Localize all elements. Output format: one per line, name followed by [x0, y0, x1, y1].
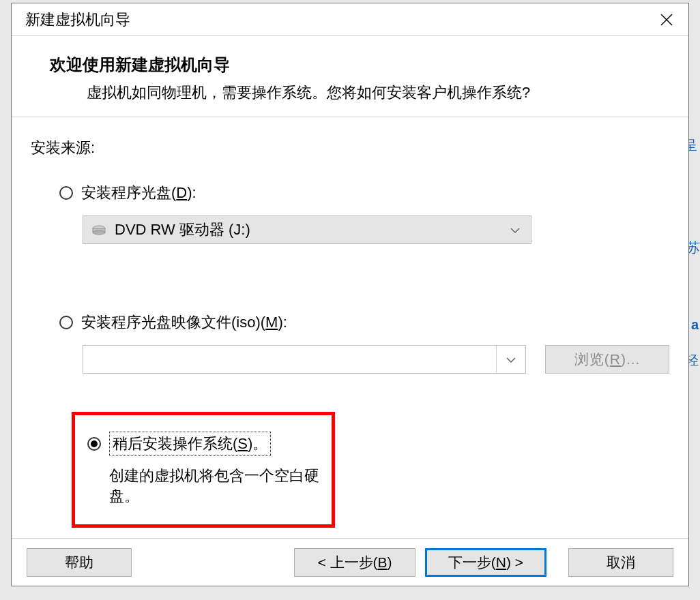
browse-button: 浏览(R)... — [545, 345, 669, 374]
radio-option-later[interactable]: 稍后安装操作系统(S)。 — [87, 432, 319, 456]
highlight-annotation: 稍后安装操作系统(S)。 创建的虚拟机将包含一个空白硬盘。 — [72, 412, 335, 528]
chevron-down-icon — [506, 353, 516, 365]
install-source-group: 安装程序光盘(D): DVD RW 驱动器 (J:) 安装程序光盘映像文件(is… — [31, 183, 669, 528]
button-bar: 帮助 < 上一步(B) 下一步(N) > 取消 — [12, 538, 688, 586]
radio-label-later: 稍后安装操作系统(S)。 — [109, 432, 271, 456]
background-fragment: a — [691, 317, 699, 333]
close-icon — [660, 14, 673, 26]
back-button[interactable]: < 上一步(B) — [294, 548, 415, 577]
wizard-subtext: 虚拟机如同物理机，需要操作系统。您将如何安装客户机操作系统? — [50, 82, 668, 103]
later-hint-text: 创建的虚拟机将包含一个空白硬盘。 — [87, 466, 319, 507]
next-button[interactable]: 下一步(N) > — [425, 548, 546, 577]
radio-icon-selected — [87, 437, 101, 451]
dialog-title: 新建虚拟机向导 — [25, 10, 130, 30]
titlebar: 新建虚拟机向导 — [12, 3, 688, 36]
disc-drive-icon — [91, 224, 106, 235]
close-button[interactable] — [653, 6, 680, 33]
chevron-down-icon — [510, 224, 520, 236]
install-source-label: 安装来源: — [31, 138, 669, 158]
iso-path-row: 浏览(R)... — [83, 345, 669, 374]
radio-icon — [59, 186, 73, 200]
radio-option-disc[interactable]: 安装程序光盘(D): — [59, 183, 669, 203]
cancel-button[interactable]: 取消 — [568, 548, 673, 577]
disc-drive-dropdown[interactable]: DVD RW 驱动器 (J:) — [83, 215, 531, 244]
disc-drive-value: DVD RW 驱动器 (J:) — [115, 220, 250, 240]
radio-label-iso: 安装程序光盘映像文件(iso)(M): — [81, 312, 287, 333]
svg-point-4 — [93, 230, 105, 235]
new-vm-wizard-dialog: 新建虚拟机向导 欢迎使用新建虚拟机向导 虚拟机如同物理机，需要操作系统。您将如何… — [11, 3, 689, 586]
radio-label-disc: 安装程序光盘(D): — [81, 183, 196, 203]
radio-icon — [59, 316, 73, 329]
focus-indicator: 稍后安装操作系统(S)。 — [109, 432, 271, 456]
wizard-heading: 欢迎使用新建虚拟机向导 — [50, 54, 668, 76]
content-area: 安装来源: 安装程序光盘(D): DVD RW 驱动器 (J:) — [12, 117, 688, 538]
header-section: 欢迎使用新建虚拟机向导 虚拟机如同物理机，需要操作系统。您将如何安装客户机操作系… — [12, 36, 688, 117]
help-button[interactable]: 帮助 — [27, 548, 132, 577]
iso-path-combobox[interactable] — [83, 345, 526, 374]
radio-option-iso[interactable]: 安装程序光盘映像文件(iso)(M): — [59, 312, 669, 333]
combo-divider — [496, 346, 497, 373]
